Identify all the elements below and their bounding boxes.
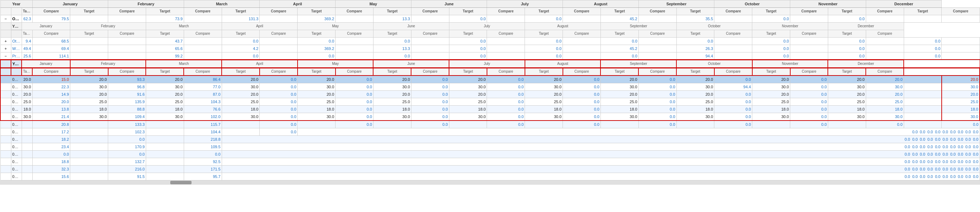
p-tc-may-c: Compare	[336, 68, 374, 76]
tc-sep-t: Target	[600, 30, 638, 38]
p0094-jan-c: 109.4	[108, 113, 146, 121]
p0100-yr-c: 18.8	[32, 158, 70, 166]
p0092-jul-c: 0.0	[563, 98, 601, 106]
p0101-feb-c: 171.5	[184, 166, 222, 173]
other-oct-t: 0.0	[752, 38, 790, 45]
welders-mar-t: 4.2	[222, 45, 259, 52]
press-row-0089[interactable]: 0089 30.0 22.3 30.0 96.8 30.0 77.0 30.0 …	[0, 83, 980, 91]
p-tc-mar-c: Compare	[184, 68, 222, 76]
press-row-0097[interactable]: 0097 18.2 0.0 218.8 0.0 0.0 0.0 0.0 0.0 …	[0, 136, 980, 143]
p0095-aug-t	[600, 120, 638, 128]
p0089-yr-t: 30.0	[22, 83, 32, 91]
p0092-mar-c: 0.0	[259, 98, 298, 106]
tc-oct-c: Compare	[714, 30, 752, 38]
welders-sep-t: 26.3	[676, 45, 714, 52]
p0093-yr-c: 13.8	[32, 106, 70, 113]
p-tc-jan-c: Compare	[32, 68, 70, 76]
overall-may-target: 13.3	[373, 15, 411, 23]
overall-jul-target: 0.0	[525, 15, 563, 23]
welders-may-c	[411, 45, 449, 52]
scrollbar-thumb[interactable]	[170, 181, 191, 184]
p0095-nov-t	[828, 120, 866, 128]
p0092-feb-c: 104.3	[184, 98, 222, 106]
p0101-rest: 0.0 0.0 0.0 0.0 0.0 0.0 0.0 0.0 0.0 0.0	[222, 166, 980, 173]
p0089-feb-t: 30.0	[146, 83, 184, 91]
p0091-dec-c: 20.0	[942, 91, 980, 98]
press-row-0096[interactable]: 0096 17.2 102.3 104.4 0.0 0.0 0.0 0.0 0.…	[0, 128, 980, 136]
p-tc-jun-t: Target	[373, 68, 411, 76]
p0102-yr-c: 15.6	[32, 173, 70, 180]
press-row-0102[interactable]: 0102 15.6 91.5 95.7 0.0 0.0 0.0 0.0 0.0 …	[0, 173, 980, 180]
presses-jun-c	[487, 52, 525, 60]
tc-jan-c: Compare	[32, 30, 70, 38]
p0094-aug-t: 30.0	[600, 113, 638, 121]
p0094-oct-t: 30.0	[752, 113, 790, 121]
p-tc-year	[11, 68, 22, 76]
p0088-nov-t: 20.0	[828, 76, 866, 83]
presses-apr-c	[336, 52, 374, 60]
other-label: Other	[11, 38, 22, 45]
press-row-0100[interactable]: 0100 18.8 132.7 92.5 0.0 0.0 0.0 0.0 0.0…	[0, 158, 980, 166]
p0097-yr-t	[22, 136, 32, 143]
p0088-aug-c: 0.0	[638, 76, 676, 83]
dec-target-col: Target	[904, 8, 942, 15]
p0101-yr-t	[22, 166, 32, 173]
press-row-0092[interactable]: 0092 25.0 20.0 25.0 135.9 25.0 104.3 25.…	[0, 98, 980, 106]
p0093-id: 0093	[11, 106, 22, 113]
p0089-oct-t: 30.0	[752, 83, 790, 91]
sub-sep-label: September	[600, 23, 676, 30]
press-row-0101[interactable]: 0101 32.3 216.0 171.5 0.0 0.0 0.0 0.0 0.…	[0, 166, 980, 173]
p0088-nov-c: 20.0	[866, 76, 904, 83]
p0088-may-c: 0.0	[411, 76, 449, 83]
welders-apr-c	[336, 45, 374, 52]
mar-compare-col: Compare	[259, 8, 298, 15]
p0091-jun-c: 0.0	[487, 91, 525, 98]
p0092-aug-t: 25.0	[600, 98, 638, 106]
sub-aug-label: August	[525, 23, 601, 30]
other-mar-c	[259, 38, 298, 45]
other-yr-c: 68.5	[32, 38, 70, 45]
press-row-0098[interactable]: 0098 23.4 170.9 109.5 0.0 0.0 0.0 0.0 0.…	[0, 143, 980, 151]
p0091-oct-c: 0.0	[790, 91, 828, 98]
press-row-0088[interactable]: 0088 20.0 15.0 20.0 93.3 20.0 86.4 20.0 …	[0, 76, 980, 83]
p0094-yr-c: 21.4	[32, 113, 70, 121]
aug-target-col: Target	[600, 8, 638, 15]
press-row-0099[interactable]: 0099 0.0 0.0 0.0 0.0 0.0 0.0 0.0 0.0 0.0…	[0, 151, 980, 158]
press-row-0095[interactable]: 0095 20.8 133.3 115.7 0.0 0.0 0.0 0.0 0.…	[0, 120, 980, 128]
p0094-aug-c: 0.0	[638, 113, 676, 121]
collapse-icon: −	[5, 17, 7, 21]
press-row-0093[interactable]: 0093 18.0 13.8 18.0 88.8 18.0 76.6 18.0 …	[0, 106, 980, 113]
sub-apr-label: April	[222, 23, 298, 30]
welders-expand[interactable]: +	[0, 45, 11, 52]
tc-expand	[0, 30, 11, 38]
p-sub-may: May	[298, 60, 374, 68]
horizontal-scrollbar[interactable]	[0, 180, 980, 185]
p-sub-jun: June	[373, 60, 449, 68]
p0092-jan-t: 25.0	[70, 98, 108, 106]
p0095-feb-c: 115.7	[184, 120, 222, 128]
p0092-oct-t: 25.0	[752, 98, 790, 106]
p-tc-jul-t: Target	[449, 68, 487, 76]
p0089-id: 0089	[11, 83, 22, 91]
presses-expand[interactable]: −	[0, 52, 11, 60]
p0089-sep-t: 30.0	[676, 83, 714, 91]
p0089-jan-c: 96.8	[108, 83, 146, 91]
press-row-0091[interactable]: 0091 20.0 14.9 20.0 91.6 20.0 87.0 20.0 …	[0, 91, 980, 98]
overall-expand[interactable]: −	[0, 15, 11, 23]
press-row-0094[interactable]: 0094 30.0 21.4 30.0 109.4 30.0 102.0 30.…	[0, 113, 980, 121]
p0092-apr-c: 0.0	[336, 98, 374, 106]
other-jun-c	[487, 38, 525, 45]
p0093-dec-c: 18.0	[942, 106, 980, 113]
p0088-dec-c: 20.0	[942, 76, 980, 83]
july-header: July	[487, 0, 563, 8]
other-expand[interactable]: +	[0, 38, 11, 45]
other-jan-t	[70, 38, 108, 45]
p0092-sep-c: 0.0	[714, 98, 752, 106]
presses-mar-t: 0.0	[222, 52, 259, 60]
overall-jul-compare	[563, 15, 601, 23]
overall-row: − Overall 62.3 79.5 73.9 131.3 369.2 13.…	[0, 15, 980, 23]
p0088-apr-t: 20.0	[298, 76, 336, 83]
expand-col	[0, 8, 11, 15]
p0095-dec-t	[904, 120, 942, 128]
expand-icon-presses: −	[5, 54, 7, 58]
